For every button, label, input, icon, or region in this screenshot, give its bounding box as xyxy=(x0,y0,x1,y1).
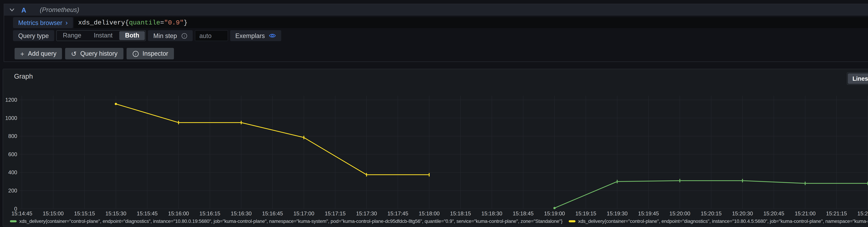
x-tick-label: 15:18:00 xyxy=(419,210,439,217)
query-history-label: Query history xyxy=(81,50,118,57)
legend-item-1[interactable]: xds_delivery{container="control-plane", … xyxy=(569,219,868,224)
x-tick-label: 15:20:15 xyxy=(701,210,721,217)
inspector-label: Inspector xyxy=(143,50,168,57)
min-step-input[interactable]: auto xyxy=(195,30,228,41)
legend-swatch xyxy=(10,220,17,222)
x-tick-label: 15:20:45 xyxy=(763,210,784,217)
x-tick-label: 15:15:15 xyxy=(74,210,95,217)
x-tick-label: 15:21:00 xyxy=(795,210,815,217)
x-tick-label: 15:17:00 xyxy=(293,210,314,217)
exemplars-chip: Exemplars xyxy=(230,30,281,41)
panel-title: Graph xyxy=(14,72,33,80)
legend-series-name: xds_delivery{container="control-plane", … xyxy=(19,219,562,224)
x-tick-label: 15:21:15 xyxy=(826,210,847,217)
legend-item-0[interactable]: xds_delivery{container="control-plane", … xyxy=(10,219,562,224)
y-tick-label: 600 xyxy=(8,151,17,157)
query-operator: = xyxy=(160,19,164,26)
explore-view: A (Prometheus) ? xyxy=(0,0,868,227)
y-tick-label: 0 xyxy=(14,206,17,212)
exemplars-label: Exemplars xyxy=(235,32,265,39)
query-editor-section: A (Prometheus) ? xyxy=(4,4,868,62)
x-tick-label: 15:19:30 xyxy=(607,210,627,217)
x-tick-label: 15:19:15 xyxy=(576,210,596,217)
x-tick-label: 15:18:30 xyxy=(482,210,502,217)
x-tick-label: 15:17:45 xyxy=(388,210,408,217)
graph-legend: xds_delivery{container="control-plane", … xyxy=(10,219,868,224)
query-refid[interactable]: A xyxy=(21,6,26,14)
axis-labels: 15:14:4515:15:0015:15:1515:15:3015:15:45… xyxy=(5,97,868,217)
plus-icon: + xyxy=(20,50,24,57)
min-step-label: Min step xyxy=(153,32,177,39)
x-tick-label: 15:19:45 xyxy=(638,210,659,217)
min-step-label-chip: Min step i xyxy=(148,30,192,41)
metrics-browser-label: Metrics browser xyxy=(18,19,62,26)
legend-swatch xyxy=(569,220,576,222)
svg-text:i: i xyxy=(135,52,136,56)
x-tick-label: 15:15:00 xyxy=(43,210,64,217)
x-tick-label: 15:17:30 xyxy=(356,210,377,217)
x-tick-label: 15:20:30 xyxy=(732,210,753,217)
exemplars-toggle-icon[interactable] xyxy=(269,32,276,39)
series-point xyxy=(553,207,556,209)
query-row-header: A (Prometheus) ? xyxy=(4,4,868,15)
query-metric: xds_delivery{ xyxy=(78,19,129,26)
info-circle-icon: i xyxy=(132,50,139,57)
y-tick-label: 1000 xyxy=(5,115,17,121)
query-options-row: Query type RangeInstantBoth Min step i a… xyxy=(13,30,868,41)
chevron-right-icon: › xyxy=(65,19,68,27)
graph-mode-lines[interactable]: Lines xyxy=(848,73,868,84)
query-type-option-range[interactable]: Range xyxy=(57,31,88,41)
y-tick-label: 400 xyxy=(8,169,17,175)
y-tick-label: 200 xyxy=(8,188,17,194)
query-type-radio-group: RangeInstantBoth xyxy=(56,30,146,41)
x-tick-label: 15:15:45 xyxy=(137,210,158,217)
add-query-label: Add query xyxy=(28,50,56,57)
graph-canvas[interactable]: 15:14:4515:15:0015:15:1515:15:3015:15:45… xyxy=(3,87,868,218)
x-tick-label: 15:16:15 xyxy=(199,210,220,217)
series-point xyxy=(115,103,117,105)
series-0 xyxy=(553,179,868,209)
x-tick-label: 15:16:30 xyxy=(231,210,252,217)
add-query-button[interactable]: + Add query xyxy=(14,48,62,59)
y-tick-label: 800 xyxy=(8,133,17,139)
info-icon: i xyxy=(181,33,187,39)
chevron-down-icon[interactable] xyxy=(9,7,15,13)
x-tick-label: 15:20:00 xyxy=(670,210,690,217)
query-value-token: "0.9" xyxy=(164,19,184,26)
inspector-button[interactable]: i Inspector xyxy=(126,48,174,59)
query-type-option-both[interactable]: Both xyxy=(119,31,145,40)
query-closing-brace: } xyxy=(184,19,188,26)
x-tick-label: 15:18:45 xyxy=(513,210,534,217)
query-label-token: quantile xyxy=(129,19,160,26)
series-1 xyxy=(115,103,429,176)
history-icon: ↺ xyxy=(71,50,77,57)
query-field-row: Metrics browser › xds_delivery{quantile=… xyxy=(13,17,868,28)
query-type-option-instant[interactable]: Instant xyxy=(88,31,119,41)
legend-series-name: xds_delivery{container="control-plane", … xyxy=(578,219,868,224)
query-type-label: Query type xyxy=(13,30,54,41)
x-tick-label: 15:16:45 xyxy=(262,210,283,217)
graph-mode-radio-group: LinesBarsPointsStacked linesStacked bars xyxy=(847,72,868,85)
query-history-button[interactable]: ↺ Query history xyxy=(65,48,123,59)
query-input[interactable]: xds_delivery{quantile="0.9"} xyxy=(74,17,868,28)
x-tick-label: 15:21:30 xyxy=(858,210,868,217)
y-tick-label: 1200 xyxy=(5,97,17,103)
graph-panel: Graph LinesBarsPointsStacked linesStacke… xyxy=(3,69,868,226)
svg-text:i: i xyxy=(184,34,185,38)
x-tick-label: 15:15:30 xyxy=(105,210,126,217)
metrics-browser-button[interactable]: Metrics browser › xyxy=(13,17,73,28)
x-tick-label: 15:16:00 xyxy=(168,210,189,217)
query-datasource: (Prometheus) xyxy=(40,6,79,13)
explore-actions-row: + Add query ↺ Query history i Inspector xyxy=(13,48,868,59)
x-tick-label: 15:18:15 xyxy=(450,210,471,217)
x-tick-label: 15:17:15 xyxy=(325,210,346,217)
x-tick-label: 15:19:00 xyxy=(544,210,565,217)
